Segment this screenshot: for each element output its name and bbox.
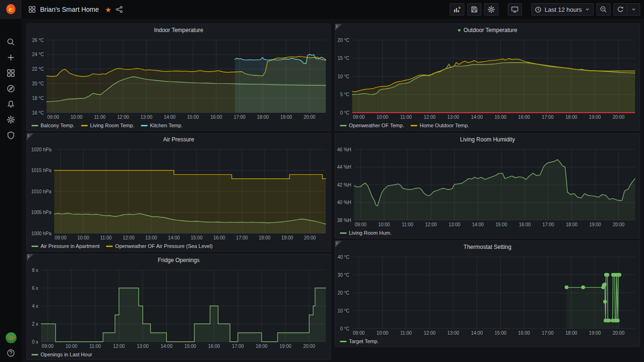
legend-item[interactable]: Balcony Temp. <box>32 123 74 128</box>
svg-text:18:00: 18:00 <box>256 344 267 349</box>
sidebar-item-server-admin[interactable] <box>0 127 22 143</box>
legend-series-label: Air Pressure in Apartment <box>41 243 99 249</box>
sidebar-item-search[interactable] <box>0 34 22 49</box>
svg-text:19:00: 19:00 <box>280 344 291 349</box>
svg-text:09:00: 09:00 <box>353 115 365 120</box>
svg-text:22 °C: 22 °C <box>32 66 44 72</box>
legend-item[interactable]: Kitchen Temp. <box>141 123 183 128</box>
sidebar-item-create[interactable] <box>0 49 22 65</box>
svg-text:20 °C: 20 °C <box>338 38 349 43</box>
compass-icon <box>7 84 15 93</box>
refresh-button[interactable] <box>613 3 627 16</box>
add-panel-button[interactable] <box>450 3 464 16</box>
refresh-interval-dropdown[interactable] <box>627 3 640 16</box>
panel-title: Outdoor Temperature <box>463 27 517 33</box>
svg-text:12:00: 12:00 <box>424 115 436 120</box>
info-icon[interactable]: i <box>335 24 342 31</box>
svg-text:20 °C: 20 °C <box>32 81 44 86</box>
info-icon[interactable]: i <box>27 133 33 140</box>
zoom-out-button[interactable] <box>596 3 611 16</box>
toolbar: Last 12 hours <box>447 3 640 16</box>
page-title[interactable]: Brian's Smart Home <box>40 6 99 13</box>
panel-header-air-pressure[interactable]: Air Pressure <box>27 133 330 146</box>
panel-outdoor-temperature: i ♥ Outdoor Temperature 09:0010:0011:001… <box>335 24 640 131</box>
info-icon[interactable]: i <box>27 254 33 261</box>
panel-header-living-room-humidity[interactable]: Living Room Humidity <box>335 133 640 146</box>
svg-text:14:00: 14:00 <box>471 115 483 120</box>
svg-text:17:00: 17:00 <box>236 235 248 240</box>
svg-text:18:00: 18:00 <box>566 222 578 227</box>
panel-title: Air Pressure <box>163 136 194 143</box>
svg-text:1010 hPa: 1010 hPa <box>31 189 51 194</box>
svg-text:15:00: 15:00 <box>187 115 199 120</box>
svg-text:18:00: 18:00 <box>257 115 269 120</box>
svg-text:2 x: 2 x <box>32 321 38 327</box>
sidebar-item-dashboards[interactable] <box>0 65 22 81</box>
share-icon[interactable] <box>116 6 123 13</box>
legend-item[interactable]: Openweather OF Temp. <box>340 123 404 128</box>
svg-text:19:00: 19:00 <box>589 222 601 227</box>
plus-icon <box>7 53 15 62</box>
svg-text:11:00: 11:00 <box>400 330 412 336</box>
save-icon <box>471 6 478 13</box>
panel-header-indoor-temperature[interactable]: Indoor Temperature <box>27 24 330 36</box>
svg-text:19:00: 19:00 <box>589 330 601 336</box>
legend-series-color <box>141 125 148 126</box>
indoor-temperature-chart: 09:0010:0011:0012:0013:0014:0015:0016:00… <box>27 36 330 120</box>
svg-text:10 °C: 10 °C <box>338 308 349 313</box>
svg-text:4 x: 4 x <box>32 304 38 309</box>
legend-item[interactable]: Openings in Last Hour <box>32 352 92 357</box>
user-avatar[interactable]: H <box>6 332 17 343</box>
svg-text:13:00: 13:00 <box>447 330 459 336</box>
svg-text:44 %H: 44 %H <box>337 165 351 170</box>
legend-item[interactable]: Openweather OF Air Pressure (Sea Level) <box>106 243 213 249</box>
sidebar-item-configuration[interactable] <box>0 112 22 127</box>
apps-grid-icon[interactable] <box>28 6 36 13</box>
save-dashboard-button[interactable] <box>467 3 481 16</box>
svg-text:12:00: 12:00 <box>425 222 437 227</box>
svg-text:16 °C: 16 °C <box>32 110 44 115</box>
svg-text:13:00: 13:00 <box>140 115 152 120</box>
svg-text:18:00: 18:00 <box>259 235 271 240</box>
panel-indoor-temperature: Indoor Temperature 09:0010:0011:0012:001… <box>26 24 331 131</box>
panel-header-outdoor-temperature[interactable]: ♥ Outdoor Temperature <box>335 24 640 36</box>
sidebar-item-help[interactable] <box>0 349 22 357</box>
time-range-picker[interactable]: Last 12 hours <box>531 3 594 16</box>
svg-text:14:00: 14:00 <box>471 330 483 336</box>
panel-title: Indoor Temperature <box>154 27 204 33</box>
svg-text:14:00: 14:00 <box>472 222 484 227</box>
svg-text:10:00: 10:00 <box>377 330 388 336</box>
grafana-logo[interactable] <box>0 0 22 19</box>
svg-text:40 °C: 40 °C <box>338 255 349 260</box>
svg-text:1020 hPa: 1020 hPa <box>31 147 51 152</box>
legend-series-color <box>32 354 38 355</box>
svg-text:19:00: 19:00 <box>589 115 601 120</box>
legend-series-color <box>32 125 38 126</box>
legend-item[interactable]: Home Outdoor Temp. <box>411 123 469 128</box>
time-range-label: Last 12 hours <box>545 6 582 13</box>
legend-series-label: Openweather OF Temp. <box>349 123 404 128</box>
legend-item[interactable]: Living Room Hum. <box>340 230 391 236</box>
legend-item[interactable]: Air Pressure in Apartment <box>32 243 99 249</box>
sidebar-item-alerting[interactable] <box>0 96 22 112</box>
panel-title: Living Room Humidity <box>460 136 515 143</box>
svg-text:14:00: 14:00 <box>164 115 175 120</box>
panel-thermostat-setting: i Thermostat Setting 09:0010:0011:0012:0… <box>335 240 640 347</box>
info-icon[interactable]: i <box>335 241 342 247</box>
svg-text:0 °C: 0 °C <box>340 326 349 331</box>
legend-item[interactable]: Target Temp. <box>340 338 379 344</box>
dashboard-settings-button[interactable] <box>484 3 498 16</box>
panel-header-thermostat-setting[interactable]: Thermostat Setting <box>335 241 640 253</box>
svg-text:16:00: 16:00 <box>519 222 531 227</box>
favorite-star-icon[interactable]: ★ <box>105 6 111 13</box>
sidebar-item-explore[interactable] <box>0 81 22 96</box>
panel-header-fridge-openings[interactable]: Fridge Openings <box>27 254 330 266</box>
svg-text:19:00: 19:00 <box>280 115 292 120</box>
cycle-view-button[interactable] <box>508 3 522 16</box>
top-navbar: Brian's Smart Home ★ <box>0 0 644 19</box>
svg-text:11:00: 11:00 <box>100 235 112 240</box>
legend-item[interactable]: Living Room Temp. <box>81 123 134 128</box>
svg-text:17:00: 17:00 <box>234 115 246 120</box>
clock-icon <box>535 6 542 13</box>
air-pressure-chart: 09:0010:0011:0012:0013:0014:0015:0016:00… <box>27 146 330 241</box>
